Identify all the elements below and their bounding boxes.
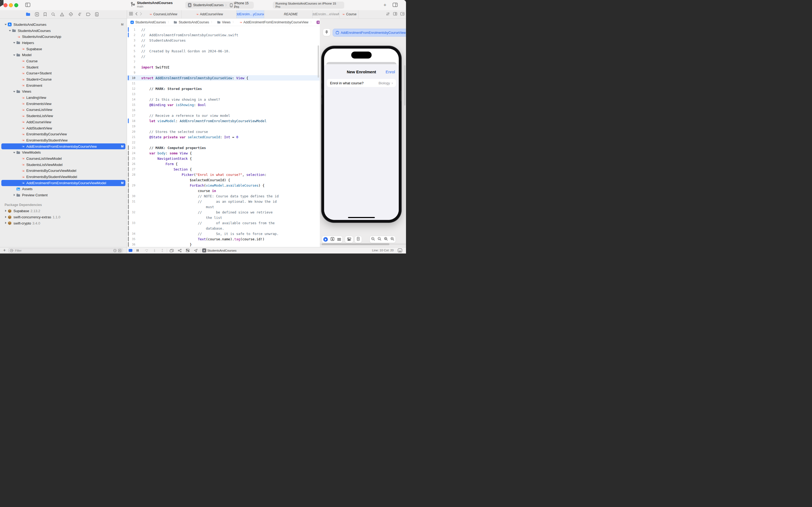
tree-row[interactable]: swift-concurrency-extras 1.1.0: [1, 214, 125, 220]
code-line[interactable]: 24 var body: some View {: [127, 150, 320, 156]
code-line[interactable]: 1 //: [127, 27, 320, 32]
code-line[interactable]: 20 // Stores the selected course: [127, 129, 320, 134]
tree-row[interactable]: Course+Student: [1, 70, 125, 76]
tree-row[interactable]: LandingView: [1, 95, 125, 101]
tree-row[interactable]: AddCourseView: [1, 119, 125, 125]
line-number[interactable]: 33: [129, 221, 135, 225]
line-number[interactable]: 23: [129, 146, 135, 149]
line-number[interactable]: 12: [129, 87, 135, 90]
code-line[interactable]: 33 // of available courses from the: [127, 220, 320, 226]
line-number[interactable]: 17: [129, 114, 135, 117]
code-line[interactable]: 31 // as an optional. We know the id: [127, 199, 320, 204]
source-control-navigator-icon[interactable]: [35, 12, 39, 16]
tree-row[interactable]: Supabase 2.13.2: [1, 208, 125, 214]
go-forward-icon[interactable]: [140, 12, 142, 17]
tree-row[interactable]: ViewModels: [1, 149, 125, 156]
line-number[interactable]: 9: [129, 71, 135, 74]
tree-row[interactable]: StudentsAndCourses: [1, 27, 125, 34]
code-line[interactable]: $selectedCourseId) {: [127, 177, 320, 183]
tree-row[interactable]: EnrolmentsByStudentView: [1, 137, 125, 144]
code-line[interactable]: 12 // MARK: Stored properties: [127, 86, 320, 91]
preview-on-device-button[interactable]: [357, 237, 359, 242]
find-navigator-icon[interactable]: [51, 12, 55, 16]
tree-row[interactable]: EnrolmentsView: [1, 101, 125, 107]
breadcrumb-item[interactable]: S StudentsAndCourses: [166, 20, 209, 24]
code-line[interactable]: 18 let viewModel: AddEnrolmentFromEnrolm…: [127, 118, 320, 123]
tree-row[interactable]: swift-crypto 3.4.0: [1, 220, 125, 226]
code-line[interactable]: 22: [127, 139, 320, 145]
line-number[interactable]: 16: [129, 109, 135, 112]
line-number[interactable]: 1: [129, 28, 135, 31]
breadcrumb-item[interactable]: S StudentsAndCourses: [130, 20, 166, 24]
code-line[interactable]: 32 // be defined since we retrieve: [127, 210, 320, 215]
tree-row[interactable]: Model: [1, 52, 125, 58]
preview-target-pill[interactable]: AddEnrolmentFromEnrolmentsbyCourseView: [333, 29, 406, 37]
tree-row[interactable]: StudentsAndCourses M: [1, 21, 125, 27]
enrol-button[interactable]: Enrol: [386, 69, 395, 74]
minimap-icon[interactable]: [393, 12, 397, 17]
close-window-button[interactable]: [3, 3, 7, 7]
line-number[interactable]: 19: [129, 125, 135, 128]
line-number[interactable]: 3: [129, 39, 135, 42]
tree-row[interactable]: Student: [1, 64, 125, 70]
line-number[interactable]: 13: [129, 92, 135, 96]
code-line[interactable]: 26 Form {: [127, 161, 320, 167]
toggle-navigator-icon[interactable]: [25, 3, 31, 7]
running-process-name[interactable]: StudentsAndCourses: [207, 249, 237, 252]
line-number[interactable]: 26: [129, 162, 135, 165]
scheme-selector[interactable]: A StudentsAndCourses 〉 iPhone 15 Pro: [185, 2, 254, 9]
tree-row[interactable]: AddEnrolmentFromEnrolmentsbyCourseView M: [1, 144, 125, 150]
tree-row[interactable]: Package Dependencies: [1, 202, 125, 208]
code-line[interactable]: 17 // Receive a reference to our view mo…: [127, 113, 320, 118]
code-line[interactable]: 15 @Binding var isShowing: Bool: [127, 102, 320, 107]
line-number[interactable]: 15: [129, 103, 135, 106]
line-number[interactable]: 10: [129, 76, 135, 79]
tree-row[interactable]: StudentsListViewModel: [1, 162, 125, 168]
zoom-window-button[interactable]: [14, 3, 18, 7]
breadcrumb-item[interactable]: S AddEnrolmentFromEnrolmentsbyCourseView: [308, 20, 320, 24]
editor-tab[interactable]: AddCourseView: [181, 10, 237, 18]
code-line[interactable]: database.: [127, 226, 320, 231]
code-line[interactable]: must: [127, 204, 320, 210]
code-line[interactable]: 10 struct AddEnrolmentFromEnrolmentsbyCo…: [127, 75, 320, 80]
code-line[interactable]: 28 Picker("Enrol in what course?", selec…: [127, 172, 320, 177]
code-line[interactable]: 23 // MARK: Computed properties: [127, 145, 320, 150]
step-into-icon[interactable]: [152, 249, 157, 252]
editor-tab[interactable]: README: [264, 10, 312, 18]
live-preview-button[interactable]: [323, 237, 328, 242]
selectable-mode-button[interactable]: [331, 237, 334, 242]
tree-row[interactable]: Views: [1, 89, 125, 95]
code-line[interactable]: 21 @State private var selectedCourseId: …: [127, 134, 320, 139]
line-number[interactable]: 21: [129, 135, 135, 138]
tree-row[interactable]: Enrolment: [1, 82, 125, 89]
tree-row[interactable]: Helpers: [1, 40, 125, 46]
code-line[interactable]: 8 import SwiftUI: [127, 64, 320, 70]
canvas-vertical-scrollbar[interactable]: [404, 65, 405, 106]
line-number[interactable]: 35: [129, 237, 135, 241]
variants-button[interactable]: [337, 237, 341, 242]
line-number[interactable]: 8: [129, 65, 135, 69]
code-line[interactable]: 2 // AddEnrolmentFromEnrolmentsbyCourseV…: [127, 32, 320, 38]
editor-tab[interactable]: AddEnrolm…eViewModel: [312, 10, 339, 18]
tree-row[interactable]: EnrolmentsByCourseViewModel: [1, 168, 125, 174]
code-line[interactable]: 36 }: [127, 242, 320, 247]
code-line[interactable]: 30 // NOTE: Course data type defines the…: [127, 193, 320, 199]
tree-row[interactable]: StudentsAndCoursesApp: [1, 34, 125, 40]
simulate-location-icon[interactable]: [193, 249, 199, 252]
code-line[interactable]: 16: [127, 107, 320, 113]
line-number[interactable]: 32: [129, 211, 135, 214]
minimize-window-button[interactable]: [9, 3, 13, 7]
breadcrumb-item[interactable]: S Views: [209, 20, 231, 24]
pause-execution-icon[interactable]: [134, 249, 140, 252]
line-number[interactable]: 36: [129, 243, 135, 246]
tree-row[interactable]: StudentsListView: [1, 113, 125, 119]
tree-row[interactable]: EnrolmentsByCourseView: [1, 131, 125, 137]
code-line[interactable]: course in: [127, 188, 320, 193]
zoom-100-icon[interactable]: 1: [378, 237, 382, 242]
line-number[interactable]: 7: [129, 60, 135, 63]
issue-navigator-icon[interactable]: [60, 12, 64, 16]
code-line[interactable]: 4 //: [127, 43, 320, 48]
code-line[interactable]: 14 // Is this view showing in a sheet?: [127, 97, 320, 102]
zoom-in-icon[interactable]: [391, 237, 395, 242]
filter-field[interactable]: Filter: [8, 248, 123, 253]
